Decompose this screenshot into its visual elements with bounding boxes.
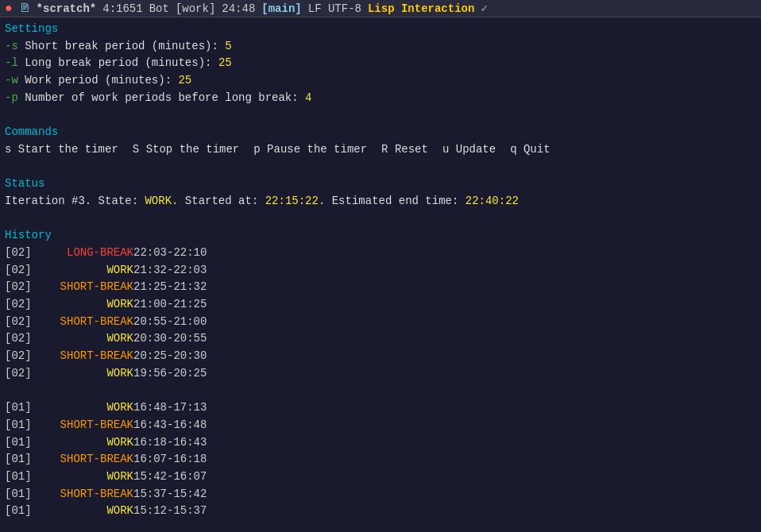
history-row: [01]WORK 15:42-16:07: [5, 468, 756, 486]
history-iter: [01]: [5, 417, 38, 434]
settings-work: -w Work period (minutes): 25: [5, 72, 756, 90]
history-time: 20:30-20:55: [133, 330, 207, 348]
history-type: WORK: [38, 399, 133, 417]
lisp-icon: 🖹: [19, 2, 30, 15]
history-type: WORK: [38, 330, 133, 348]
history-time: 21:32-22:03: [133, 262, 207, 279]
history-row: [02]WORK 21:32-22:03: [5, 262, 756, 279]
history-type: LONG-BREAK: [38, 245, 133, 262]
status-row: Iteration #3. State: WORK. Started at: 2…: [5, 193, 756, 210]
history-type: WORK: [38, 503, 133, 520]
history-groups: [02]LONG-BREAK 22:03-22:10[02]WORK 21:32…: [5, 245, 756, 520]
history-type: WORK: [38, 468, 133, 486]
history-iter: [02]: [5, 365, 38, 383]
history-type: WORK: [38, 365, 133, 383]
history-iter: [02]: [5, 296, 38, 314]
history-type: SHORT-BREAK: [38, 486, 133, 503]
work-desc-text: Work period (minutes):: [25, 74, 172, 87]
history-iter: [02]: [5, 279, 38, 296]
periods-desc-text: Number of work periods before long break…: [25, 91, 298, 104]
cmd-p[interactable]: p Pause the timer: [253, 141, 367, 159]
bot-label: Bot: [149, 2, 169, 15]
history-iter: [01]: [5, 503, 38, 520]
history-type: SHORT-BREAK: [38, 451, 133, 468]
history-iter: [02]: [5, 330, 38, 348]
history-row: [01]WORK 16:18-16:43: [5, 434, 756, 452]
short-break-flag: -s: [5, 40, 18, 52]
main-tag: [main]: [261, 2, 301, 15]
history-time: 15:42-16:07: [133, 468, 207, 486]
history-type: SHORT-BREAK: [38, 279, 133, 296]
long-break-flag: -l: [5, 56, 18, 69]
long-break-val: 25: [218, 56, 232, 69]
history-row: [02]LONG-BREAK 22:03-22:10: [5, 245, 756, 262]
history-time: 15:37-15:42: [133, 486, 207, 503]
history-iter: [02]: [5, 314, 38, 331]
status-estimated: Estimated end time:: [332, 195, 459, 207]
history-row: [02]SHORT-BREAK 20:55-21:00: [5, 314, 756, 331]
history-iter: [01]: [5, 451, 38, 468]
history-iter: [02]: [5, 348, 38, 365]
history-time: 16:43-16:48: [133, 417, 207, 434]
periods-flag: -p: [5, 91, 18, 104]
history-type: WORK: [38, 434, 133, 452]
filename: *scratch*: [37, 2, 97, 15]
history-row: [02]SHORT-BREAK 20:25-20:30: [5, 348, 756, 365]
history-iter: [01]: [5, 399, 38, 417]
work-val: 25: [178, 74, 191, 87]
history-type: SHORT-BREAK: [38, 314, 133, 331]
history-iter: [02]: [5, 262, 38, 279]
position: 4:1651: [102, 2, 142, 15]
history-time: 20:55-21:00: [133, 314, 207, 331]
cmd-S[interactable]: S Stop the timer: [133, 141, 239, 159]
periods-val: 4: [305, 91, 311, 104]
history-type: SHORT-BREAK: [38, 417, 133, 434]
history-type: SHORT-BREAK: [38, 348, 133, 365]
history-time: 19:56-20:25: [133, 365, 207, 383]
history-row: [01]WORK 15:12-15:37: [5, 503, 756, 520]
history-section-label: History: [5, 227, 756, 245]
history-time: 16:07-16:18: [133, 451, 207, 468]
history-time: 15:12-15:37: [133, 503, 207, 520]
history-row: [01]WORK 16:48-17:13: [5, 399, 756, 417]
settings-short-break: -s Short break period (minutes): 5: [5, 38, 756, 56]
settings-periods: -p Number of work periods before long br…: [5, 90, 756, 107]
history-row: [02]SHORT-BREAK 21:25-21:32: [5, 279, 756, 296]
history-row: [02]WORK 21:00-21:25: [5, 296, 756, 314]
history-time: 21:25-21:32: [133, 279, 207, 296]
dot-icon: ●: [5, 2, 13, 16]
encoding: LF UTF-8: [308, 2, 361, 15]
history-row: [01]SHORT-BREAK 16:07-16:18: [5, 451, 756, 468]
history-time: 16:48-17:13: [133, 399, 207, 417]
cmd-s[interactable]: s Start the timer: [5, 141, 118, 159]
status-state: WORK.: [145, 195, 178, 207]
cmd-u[interactable]: u Update: [442, 141, 496, 159]
status-section-label: Status: [5, 175, 756, 193]
cmd-R[interactable]: R Reset: [381, 141, 428, 159]
mode-name: Lisp Interaction: [368, 2, 474, 15]
settings-section: Settings: [5, 21, 756, 38]
history-time: 21:00-21:25: [133, 296, 207, 314]
history-type: WORK: [38, 296, 133, 314]
content-area: Settings -s Short break period (minutes)…: [0, 17, 761, 523]
cmd-q[interactable]: q Quit: [510, 141, 550, 159]
history-row: [01]SHORT-BREAK 16:43-16:48: [5, 417, 756, 434]
history-iter: [01]: [5, 486, 38, 503]
check-icon: ✓: [481, 2, 487, 15]
work-flag: -w: [5, 74, 18, 87]
status-started-time: 22:15:22.: [265, 195, 326, 207]
history-iter: [01]: [5, 434, 38, 452]
settings-long-break: -l Long break period (minutes): 25: [5, 55, 756, 72]
history-time: 20:25-20:30: [133, 348, 207, 365]
short-break-desc-text: Short break period (minutes):: [25, 40, 218, 52]
time-display: 24:48: [222, 2, 255, 15]
short-break-val: 5: [225, 40, 231, 52]
status-end-time: 22:40:22: [465, 195, 519, 207]
history-time: 16:18-16:43: [133, 434, 207, 452]
history-type: WORK: [38, 262, 133, 279]
long-break-desc-text: Long break period (minutes):: [25, 56, 211, 69]
history-time: 22:03-22:10: [133, 245, 207, 262]
history-iter: [02]: [5, 245, 38, 262]
history-row: [02]WORK 19:56-20:25: [5, 365, 756, 383]
status-iter-text: Iteration #3. State:: [5, 195, 138, 207]
